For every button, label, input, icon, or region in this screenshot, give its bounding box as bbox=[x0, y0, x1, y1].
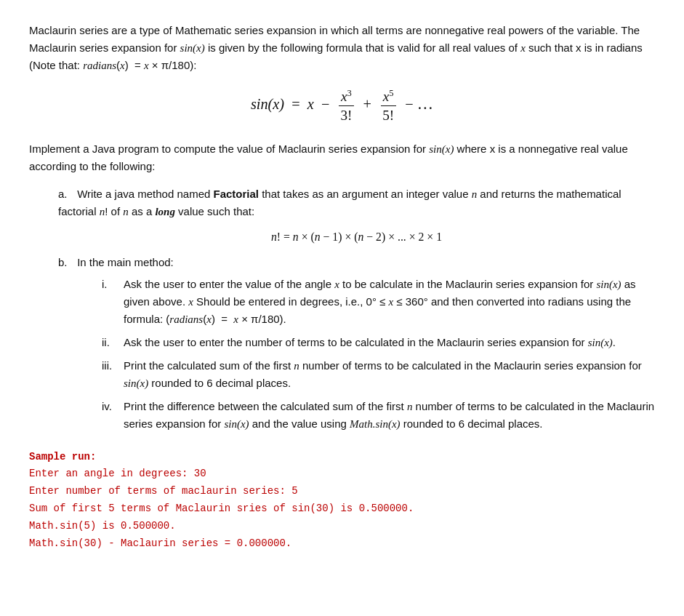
sin-formula: sin(x) = x − x3 3! + x5 5! − … bbox=[29, 87, 655, 124]
sample-line3: Sum of first 5 terms of Maclaurin sries … bbox=[29, 500, 655, 518]
item-iii: iii. Print the calculated sum of the fir… bbox=[102, 357, 655, 392]
item-a: a. Write a java method named Factorial t… bbox=[58, 185, 655, 246]
sample-line4: Math.sin(5) is 0.500000. bbox=[29, 518, 655, 535]
main-list: a. Write a java method named Factorial t… bbox=[58, 185, 655, 432]
item-ii: ii. Ask the user to enter the number of … bbox=[102, 334, 655, 351]
roman-list: i. Ask the user to enter the value of th… bbox=[102, 276, 655, 433]
intro-paragraph: Maclaurin series are a type of Mathemati… bbox=[29, 22, 655, 74]
implement-paragraph: Implement a Java program to compute the … bbox=[29, 140, 655, 175]
sample-line5: Math.sin(30) - Maclaurin series = 0.0000… bbox=[29, 535, 655, 553]
sample-line1: Enter an angle in degrees: 30 bbox=[29, 465, 655, 483]
sample-run-label: Sample run: bbox=[29, 449, 655, 466]
sample-line2: Enter number of terms of maclaurin serie… bbox=[29, 483, 655, 500]
item-b: b. In the main method: i. Ask the user t… bbox=[58, 254, 655, 433]
item-iv: iv. Print the difference between the cal… bbox=[102, 398, 655, 433]
factorial-formula: n! = n × (n − 1) × (n − 2) × ... × 2 × 1 bbox=[58, 228, 655, 246]
sample-run-block: Sample run: Enter an angle in degrees: 3… bbox=[29, 449, 655, 553]
item-i: i. Ask the user to enter the value of th… bbox=[102, 276, 655, 328]
